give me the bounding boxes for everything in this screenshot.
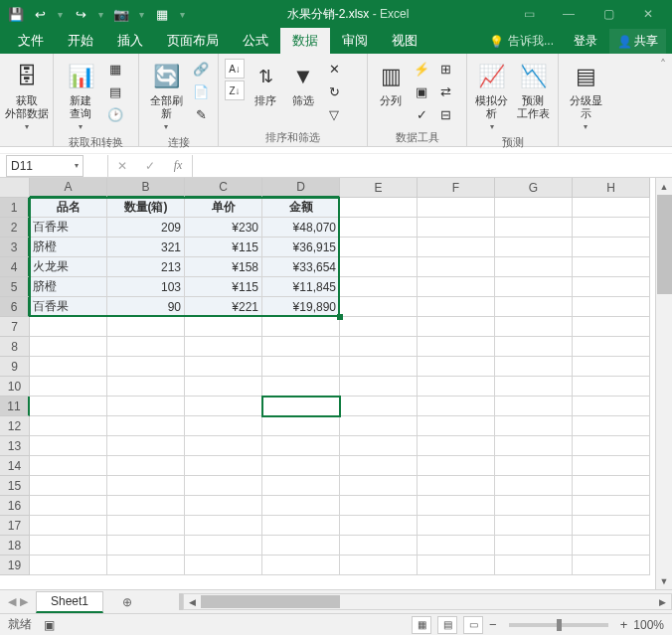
cell[interactable] <box>107 476 185 496</box>
tab-home[interactable]: 开始 <box>56 28 105 54</box>
cell[interactable] <box>107 397 185 416</box>
row-header[interactable]: 14 <box>0 456 30 476</box>
cell[interactable] <box>185 536 262 556</box>
cell[interactable] <box>495 198 573 218</box>
cell[interactable] <box>495 377 573 397</box>
reapply-icon[interactable]: ↻ <box>324 81 344 101</box>
table-icon[interactable]: ▦ <box>154 6 170 22</box>
cell[interactable] <box>418 516 495 536</box>
cell[interactable] <box>340 297 418 317</box>
tab-data[interactable]: 数据 <box>280 28 330 54</box>
cell[interactable] <box>30 377 107 397</box>
cell[interactable] <box>340 218 418 238</box>
cell[interactable] <box>107 496 185 516</box>
cell[interactable] <box>30 357 107 377</box>
cell[interactable] <box>262 357 340 377</box>
text-to-columns-button[interactable]: ▥ 分列 <box>374 59 408 109</box>
cell[interactable] <box>30 436 107 456</box>
cell[interactable]: ¥33,654 <box>262 257 340 277</box>
cell[interactable] <box>340 357 418 377</box>
cell[interactable] <box>495 456 573 476</box>
cell[interactable]: ¥48,070 <box>262 218 340 238</box>
cell[interactable] <box>185 516 262 536</box>
collapse-ribbon-icon[interactable]: ˄ <box>660 54 672 146</box>
cell[interactable] <box>495 317 573 337</box>
cell[interactable]: 213 <box>107 257 185 277</box>
cell[interactable]: 脐橙 <box>30 277 107 297</box>
sort-button[interactable]: ⇅ 排序 <box>249 59 282 109</box>
cell[interactable] <box>107 357 185 377</box>
whatif-button[interactable]: 📈 模拟分析 ▾ <box>473 59 511 133</box>
cell[interactable] <box>30 556 107 575</box>
cell[interactable] <box>30 496 107 516</box>
data-validation-icon[interactable]: ✓ <box>412 104 431 124</box>
cell[interactable] <box>107 436 185 456</box>
close-icon[interactable]: ✕ <box>628 0 668 28</box>
cell[interactable] <box>30 456 107 476</box>
clear-filter-icon[interactable]: ✕ <box>324 59 344 79</box>
consolidate-icon[interactable]: ⊞ <box>435 59 455 79</box>
tab-file[interactable]: 文件 <box>6 28 56 54</box>
qat-customize-icon[interactable]: ▾ <box>180 9 185 20</box>
cell[interactable] <box>340 337 418 357</box>
cell[interactable]: ¥158 <box>185 257 262 277</box>
cell[interactable] <box>573 297 650 317</box>
cell[interactable]: 脐橙 <box>30 238 107 257</box>
fill-handle[interactable] <box>337 314 343 320</box>
macro-record-icon[interactable]: ▣ <box>44 618 55 632</box>
cell[interactable]: 单价 <box>185 198 262 218</box>
row-header[interactable]: 19 <box>0 556 30 575</box>
data-model-icon[interactable]: ⊟ <box>435 104 455 124</box>
cell[interactable] <box>262 337 340 357</box>
cell[interactable]: 321 <box>107 238 185 257</box>
cell[interactable]: ¥36,915 <box>262 238 340 257</box>
cell[interactable] <box>340 556 418 575</box>
column-header[interactable]: F <box>418 178 495 198</box>
cell[interactable] <box>573 536 650 556</box>
cell[interactable] <box>107 516 185 536</box>
tab-view[interactable]: 视图 <box>380 28 429 54</box>
cell[interactable] <box>262 436 340 456</box>
maximize-icon[interactable]: ▢ <box>588 0 628 28</box>
cell[interactable] <box>495 277 573 297</box>
cell[interactable] <box>340 377 418 397</box>
row-header[interactable]: 18 <box>0 536 30 556</box>
cell[interactable] <box>573 416 650 436</box>
cell[interactable] <box>573 377 650 397</box>
outline-button[interactable]: ▤ 分级显示 ▾ <box>565 59 606 133</box>
accept-formula-icon[interactable]: ✓ <box>136 155 164 177</box>
cell[interactable] <box>418 377 495 397</box>
relationships-icon[interactable]: ⇄ <box>435 81 455 101</box>
cell[interactable] <box>418 357 495 377</box>
cell[interactable] <box>495 218 573 238</box>
ribbon-options-icon[interactable]: ▭ <box>509 0 549 28</box>
sort-asc-icon[interactable]: A↓ <box>225 59 245 79</box>
cell[interactable] <box>573 456 650 476</box>
cell[interactable] <box>340 416 418 436</box>
cell[interactable] <box>340 317 418 337</box>
cell[interactable] <box>107 337 185 357</box>
cell[interactable] <box>418 297 495 317</box>
cells-area[interactable]: 品名数量(箱)单价金额百香果209¥230¥48,070脐橙321¥115¥36… <box>30 198 650 575</box>
share-button[interactable]: 👤 共享 <box>609 29 666 54</box>
row-header[interactable]: 16 <box>0 496 30 516</box>
cell[interactable] <box>340 277 418 297</box>
row-header[interactable]: 13 <box>0 436 30 456</box>
cell[interactable] <box>418 416 495 436</box>
redo-icon[interactable]: ↪ <box>73 6 88 22</box>
cell[interactable] <box>107 416 185 436</box>
column-header[interactable]: C <box>185 178 262 198</box>
page-layout-view-icon[interactable]: ▤ <box>437 616 457 634</box>
row-header[interactable]: 15 <box>0 476 30 496</box>
properties-icon[interactable]: 📄 <box>191 81 211 101</box>
cell[interactable] <box>340 436 418 456</box>
scroll-up-icon[interactable]: ▲ <box>656 178 672 195</box>
cell[interactable] <box>573 277 650 297</box>
cell[interactable] <box>418 317 495 337</box>
flash-fill-icon[interactable]: ⚡ <box>412 59 431 79</box>
cell[interactable] <box>262 556 340 575</box>
row-header[interactable]: 1 <box>0 198 30 218</box>
row-header[interactable]: 7 <box>0 317 30 337</box>
row-header[interactable]: 9 <box>0 357 30 377</box>
cell[interactable] <box>262 416 340 436</box>
